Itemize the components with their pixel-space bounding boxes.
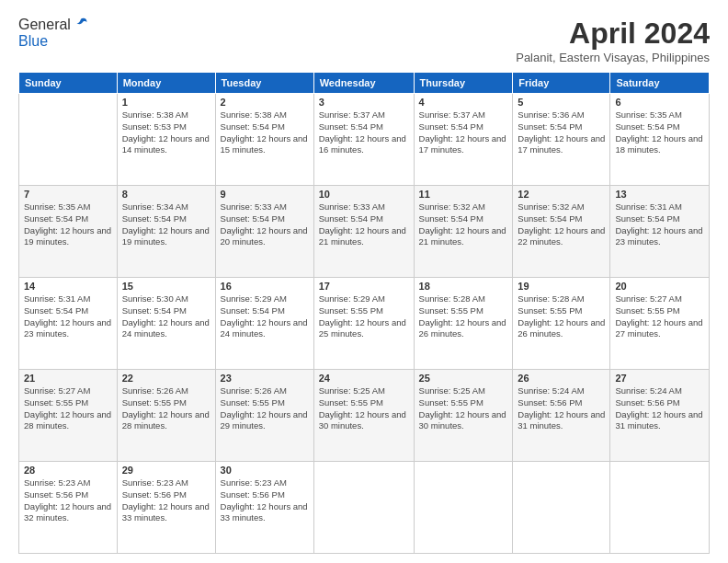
day-cell: 18Sunrise: 5:28 AMSunset: 5:55 PMDayligh… xyxy=(414,278,513,370)
day-number: 26 xyxy=(518,373,605,384)
month-title: April 2024 xyxy=(516,17,710,51)
day-cell: 25Sunrise: 5:25 AMSunset: 5:55 PMDayligh… xyxy=(414,370,513,462)
day-number: 6 xyxy=(615,97,704,108)
day-cell xyxy=(610,462,710,554)
day-cell: 30Sunrise: 5:23 AMSunset: 5:56 PMDayligh… xyxy=(215,462,313,554)
day-number: 16 xyxy=(221,281,309,292)
day-number: 17 xyxy=(319,281,409,292)
day-cell: 8Sunrise: 5:34 AMSunset: 5:54 PMDaylight… xyxy=(117,186,215,278)
day-number: 9 xyxy=(221,189,309,200)
day-cell: 10Sunrise: 5:33 AMSunset: 5:54 PMDayligh… xyxy=(313,186,414,278)
day-info: Sunrise: 5:35 AMSunset: 5:54 PMDaylight:… xyxy=(24,201,112,248)
day-info: Sunrise: 5:32 AMSunset: 5:54 PMDaylight:… xyxy=(419,201,508,248)
day-number: 30 xyxy=(221,465,309,476)
day-number: 5 xyxy=(518,97,605,108)
day-number: 1 xyxy=(122,97,210,108)
weekday-header-monday: Monday xyxy=(117,73,215,94)
week-row-5: 28Sunrise: 5:23 AMSunset: 5:56 PMDayligh… xyxy=(19,462,710,554)
day-info: Sunrise: 5:24 AMSunset: 5:56 PMDaylight:… xyxy=(615,385,704,432)
day-number: 2 xyxy=(221,97,309,108)
day-cell: 3Sunrise: 5:37 AMSunset: 5:54 PMDaylight… xyxy=(313,94,414,186)
day-info: Sunrise: 5:33 AMSunset: 5:54 PMDaylight:… xyxy=(221,201,309,248)
day-info: Sunrise: 5:27 AMSunset: 5:55 PMDaylight:… xyxy=(615,293,704,340)
weekday-header-row: SundayMondayTuesdayWednesdayThursdayFrid… xyxy=(19,73,710,94)
day-info: Sunrise: 5:23 AMSunset: 5:56 PMDaylight:… xyxy=(24,477,112,524)
day-info: Sunrise: 5:24 AMSunset: 5:56 PMDaylight:… xyxy=(518,385,605,432)
day-info: Sunrise: 5:36 AMSunset: 5:54 PMDaylight:… xyxy=(518,109,605,156)
day-info: Sunrise: 5:27 AMSunset: 5:55 PMDaylight:… xyxy=(24,385,112,432)
day-number: 7 xyxy=(24,189,112,200)
day-info: Sunrise: 5:38 AMSunset: 5:53 PMDaylight:… xyxy=(122,109,210,156)
day-number: 25 xyxy=(419,373,508,384)
day-info: Sunrise: 5:30 AMSunset: 5:54 PMDaylight:… xyxy=(122,293,210,340)
day-number: 8 xyxy=(122,189,210,200)
day-cell: 4Sunrise: 5:37 AMSunset: 5:54 PMDaylight… xyxy=(414,94,513,186)
day-cell: 24Sunrise: 5:25 AMSunset: 5:55 PMDayligh… xyxy=(313,370,414,462)
logo-bird-icon xyxy=(73,17,89,33)
day-number: 18 xyxy=(419,281,508,292)
day-number: 4 xyxy=(419,97,508,108)
day-number: 22 xyxy=(122,373,210,384)
day-cell: 19Sunrise: 5:28 AMSunset: 5:55 PMDayligh… xyxy=(513,278,610,370)
day-number: 23 xyxy=(221,373,309,384)
day-cell: 28Sunrise: 5:23 AMSunset: 5:56 PMDayligh… xyxy=(19,462,118,554)
day-cell: 7Sunrise: 5:35 AMSunset: 5:54 PMDaylight… xyxy=(19,186,118,278)
header: General Blue April 2024 Palanit, Eastern… xyxy=(18,17,710,64)
day-number: 28 xyxy=(24,465,112,476)
day-cell: 12Sunrise: 5:32 AMSunset: 5:54 PMDayligh… xyxy=(513,186,610,278)
day-info: Sunrise: 5:26 AMSunset: 5:55 PMDaylight:… xyxy=(221,385,309,432)
weekday-header-wednesday: Wednesday xyxy=(313,73,414,94)
logo: General Blue xyxy=(18,17,89,50)
day-cell xyxy=(19,94,118,186)
weekday-header-sunday: Sunday xyxy=(19,73,118,94)
day-info: Sunrise: 5:33 AMSunset: 5:54 PMDaylight:… xyxy=(319,201,409,248)
day-number: 15 xyxy=(122,281,210,292)
day-number: 29 xyxy=(122,465,210,476)
day-info: Sunrise: 5:31 AMSunset: 5:54 PMDaylight:… xyxy=(615,201,704,248)
day-info: Sunrise: 5:23 AMSunset: 5:56 PMDaylight:… xyxy=(221,477,309,524)
day-cell xyxy=(513,462,610,554)
day-info: Sunrise: 5:37 AMSunset: 5:54 PMDaylight:… xyxy=(419,109,508,156)
weekday-header-thursday: Thursday xyxy=(414,73,513,94)
day-number: 3 xyxy=(319,97,409,108)
day-cell xyxy=(313,462,414,554)
day-cell: 14Sunrise: 5:31 AMSunset: 5:54 PMDayligh… xyxy=(19,278,118,370)
day-number: 14 xyxy=(24,281,112,292)
day-cell: 21Sunrise: 5:27 AMSunset: 5:55 PMDayligh… xyxy=(19,370,118,462)
day-cell: 1Sunrise: 5:38 AMSunset: 5:53 PMDaylight… xyxy=(117,94,215,186)
day-info: Sunrise: 5:25 AMSunset: 5:55 PMDaylight:… xyxy=(419,385,508,432)
day-number: 11 xyxy=(419,189,508,200)
day-info: Sunrise: 5:37 AMSunset: 5:54 PMDaylight:… xyxy=(319,109,409,156)
day-cell xyxy=(414,462,513,554)
day-cell: 27Sunrise: 5:24 AMSunset: 5:56 PMDayligh… xyxy=(610,370,710,462)
day-info: Sunrise: 5:38 AMSunset: 5:54 PMDaylight:… xyxy=(221,109,309,156)
calendar-table: SundayMondayTuesdayWednesdayThursdayFrid… xyxy=(18,72,710,554)
day-cell: 26Sunrise: 5:24 AMSunset: 5:56 PMDayligh… xyxy=(513,370,610,462)
day-cell: 11Sunrise: 5:32 AMSunset: 5:54 PMDayligh… xyxy=(414,186,513,278)
week-row-4: 21Sunrise: 5:27 AMSunset: 5:55 PMDayligh… xyxy=(19,370,710,462)
day-info: Sunrise: 5:31 AMSunset: 5:54 PMDaylight:… xyxy=(24,293,112,340)
day-info: Sunrise: 5:26 AMSunset: 5:55 PMDaylight:… xyxy=(122,385,210,432)
day-info: Sunrise: 5:29 AMSunset: 5:54 PMDaylight:… xyxy=(221,293,309,340)
weekday-header-friday: Friday xyxy=(513,73,610,94)
day-info: Sunrise: 5:32 AMSunset: 5:54 PMDaylight:… xyxy=(518,201,605,248)
day-cell: 13Sunrise: 5:31 AMSunset: 5:54 PMDayligh… xyxy=(610,186,710,278)
day-info: Sunrise: 5:29 AMSunset: 5:55 PMDaylight:… xyxy=(319,293,409,340)
day-cell: 16Sunrise: 5:29 AMSunset: 5:54 PMDayligh… xyxy=(215,278,313,370)
day-cell: 2Sunrise: 5:38 AMSunset: 5:54 PMDaylight… xyxy=(215,94,313,186)
day-cell: 5Sunrise: 5:36 AMSunset: 5:54 PMDaylight… xyxy=(513,94,610,186)
day-info: Sunrise: 5:23 AMSunset: 5:56 PMDaylight:… xyxy=(122,477,210,524)
day-info: Sunrise: 5:28 AMSunset: 5:55 PMDaylight:… xyxy=(518,293,605,340)
week-row-3: 14Sunrise: 5:31 AMSunset: 5:54 PMDayligh… xyxy=(19,278,710,370)
day-number: 12 xyxy=(518,189,605,200)
day-info: Sunrise: 5:34 AMSunset: 5:54 PMDaylight:… xyxy=(122,201,210,248)
day-cell: 29Sunrise: 5:23 AMSunset: 5:56 PMDayligh… xyxy=(117,462,215,554)
day-cell: 6Sunrise: 5:35 AMSunset: 5:54 PMDaylight… xyxy=(610,94,710,186)
logo-general: General xyxy=(18,17,71,33)
day-cell: 9Sunrise: 5:33 AMSunset: 5:54 PMDaylight… xyxy=(215,186,313,278)
location: Palanit, Eastern Visayas, Philippines xyxy=(516,51,710,64)
day-info: Sunrise: 5:25 AMSunset: 5:55 PMDaylight:… xyxy=(319,385,409,432)
day-cell: 17Sunrise: 5:29 AMSunset: 5:55 PMDayligh… xyxy=(313,278,414,370)
week-row-1: 1Sunrise: 5:38 AMSunset: 5:53 PMDaylight… xyxy=(19,94,710,186)
day-cell: 23Sunrise: 5:26 AMSunset: 5:55 PMDayligh… xyxy=(215,370,313,462)
